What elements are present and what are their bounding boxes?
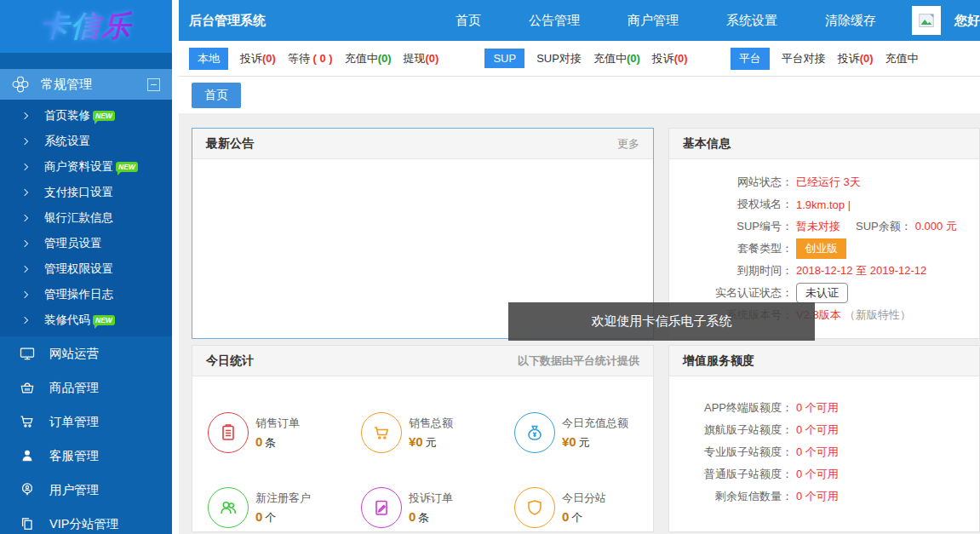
stat-new-customers: 新注册客户 0个 <box>208 470 361 534</box>
nav-announcement-management[interactable]: 公告管理 <box>529 13 580 29</box>
chevron-right-icon <box>21 266 28 273</box>
sidebar-item-vip-substation[interactable]: VIP分站管理 <box>0 507 172 534</box>
more-link[interactable]: 更多 <box>617 136 639 152</box>
local-recharging[interactable]: 充值中(0) <box>345 51 392 66</box>
platform-complaints[interactable]: 投诉(0) <box>838 51 874 66</box>
platform-tab-badge[interactable]: 平台 <box>731 48 770 70</box>
nav-home[interactable]: 首页 <box>456 13 481 29</box>
sidebar-item-site-operation[interactable]: 网站运营 <box>0 336 172 370</box>
realname-status-button[interactable]: 未认证 <box>796 283 848 303</box>
app-title: 后台管理系统 <box>189 13 266 29</box>
expire-time-value: 2018-12-12 至 2019-12-12 <box>796 263 926 278</box>
sidebar-item-label: VIP分站管理 <box>49 516 118 532</box>
basic-info-title: 基本信息 <box>683 136 731 152</box>
sidebar-item-label: 商户资料设置 <box>44 159 113 175</box>
chevron-right-icon <box>21 291 28 298</box>
local-complaints[interactable]: 投诉(0) <box>240 51 276 66</box>
stat-today-substations: 今日分站 0个 <box>514 470 668 534</box>
chevron-right-icon <box>21 138 28 145</box>
platform-connect[interactable]: 平台对接 <box>782 51 826 66</box>
stat-sales-orders: 销售订单 0条 <box>208 395 361 470</box>
logo-text: 卡信乐 <box>40 7 132 46</box>
local-waiting[interactable]: 等待 ( 0 ) <box>288 51 333 66</box>
sidebar-item-label: 支付接口设置 <box>44 185 113 200</box>
announcement-title: 最新公告 <box>206 136 254 152</box>
nav-clear-cache[interactable]: 清除缓存 <box>825 13 876 29</box>
sidebar-item-label: 订单管理 <box>49 414 99 430</box>
welcome-toast: 欢迎使用卡信乐电子系统 <box>508 302 815 341</box>
authorized-domain-value: 1.9km.top | <box>796 198 851 211</box>
sup-recharging[interactable]: 充值中(0) <box>593 51 640 66</box>
sidebar-item-bank-remittance[interactable]: 银行汇款信息 <box>0 205 172 231</box>
nav-merchant-management[interactable]: 商户管理 <box>628 13 679 29</box>
user-pin-icon <box>19 481 36 498</box>
sidebar-item-system-settings[interactable]: 系统设置 <box>0 129 172 154</box>
avatar[interactable] <box>912 6 941 35</box>
sidebar-item-label: 装修代码 <box>44 313 90 328</box>
sidebar-item-admin-settings[interactable]: 管理员设置 <box>0 231 172 256</box>
complaint-icon <box>371 497 392 518</box>
chevron-right-icon <box>21 240 28 247</box>
package-type-button[interactable]: 创业版 <box>796 238 846 259</box>
quota-row-app: APP终端版额度： 0 个可用 <box>669 397 979 419</box>
sidebar-item-user-management[interactable]: 用户管理 <box>0 473 172 507</box>
sidebar-section-regular-management[interactable]: 常规管理 <box>0 69 172 100</box>
sidebar-item-admin-permissions[interactable]: 管理权限设置 <box>0 256 172 282</box>
clover-icon <box>12 76 29 93</box>
topbar: 后台管理系统 首页 公告管理 商户管理 系统设置 清除缓存 您好 <box>179 0 980 41</box>
sidebar-item-label: 管理操作日志 <box>44 287 113 302</box>
sidebar-item-merchant-profile[interactable]: 商户资料设置 NEW <box>0 154 172 180</box>
platform-recharging[interactable]: 充值中 <box>885 51 919 66</box>
quota-row-professional: 专业版子站额度： 0 个可用 <box>669 441 979 463</box>
sidebar-item-payment-interface[interactable]: 支付接口设置 <box>0 180 172 205</box>
breadcrumb-home-tab[interactable]: 首页 <box>192 83 241 108</box>
stat-complaint-orders: 投诉订单 0条 <box>361 470 514 534</box>
sidebar-item-label: 银行汇款信息 <box>44 210 113 226</box>
new-badge: NEW <box>93 111 115 121</box>
moneybag-icon <box>524 422 545 443</box>
stat-sales-total: 销售总额 ¥0元 <box>361 395 514 470</box>
site-status-value: 已经运行 3天 <box>796 175 861 190</box>
sup-tab-badge[interactable]: SUP <box>484 49 524 68</box>
expire-time-row: 到期时间： 2018-12-12 至 2019-12-12 <box>669 260 979 282</box>
sup-number-value: 暂未对接 <box>796 219 840 234</box>
logo[interactable]: 卡信乐 <box>0 0 172 53</box>
sidebar-item-decor-code[interactable]: 装修代码 NEW <box>0 307 172 333</box>
quota-row-standard: 普通版子站额度： 0 个可用 <box>669 463 979 485</box>
sidebar-item-operation-log[interactable]: 管理操作日志 <box>0 282 172 307</box>
sidebar-item-customer-service[interactable]: 客服管理 <box>0 439 172 473</box>
basic-info-body: 网站状态： 已经运行 3天 授权域名： 1.9km.top | SUP编号： 暂… <box>669 159 979 326</box>
sidebar-item-label: 首页装修 <box>44 108 90 123</box>
sidebar-item-label: 商品管理 <box>49 380 99 396</box>
new-badge: NEW <box>93 315 115 325</box>
image-placeholder-icon <box>917 11 936 30</box>
quota-body: APP终端版额度： 0 个可用 旗航版子站额度： 0 个可用 专业版子站额度： … <box>669 376 979 508</box>
shield-icon <box>524 497 545 518</box>
sup-connect[interactable]: SUP对接 <box>536 51 582 66</box>
version-feature-note[interactable]: （新版特性） <box>845 307 911 323</box>
authorized-domain-row: 授权域名： 1.9km.top | <box>669 193 979 215</box>
quota-row-sms: 剩余短信数量： 0 个可用 <box>669 485 979 508</box>
topbar-nav: 首页 公告管理 商户管理 系统设置 清除缓存 <box>456 13 876 29</box>
nav-system-settings[interactable]: 系统设置 <box>726 13 777 29</box>
sidebar-item-label: 网站运营 <box>49 346 99 362</box>
chevron-right-icon <box>21 164 28 170</box>
pages-icon <box>19 515 36 532</box>
stats-source-note: 以下数据由平台统计提供 <box>518 353 639 369</box>
stat-today-recharge: 今日充值总额 ¥0元 <box>514 395 668 470</box>
sidebar-item-homepage-decor[interactable]: 首页装修 NEW <box>0 103 172 129</box>
main-area: 后台管理系统 首页 公告管理 商户管理 系统设置 清除缓存 您好 本地 投诉(0… <box>179 0 980 534</box>
app-root: 卡信乐 常规管理 首页装修 NEW 系统设置 商户资料设置 N <box>0 0 980 534</box>
chevron-right-icon <box>21 189 28 196</box>
collapse-icon[interactable] <box>147 78 160 91</box>
local-tab-badge[interactable]: 本地 <box>189 48 228 70</box>
quota-title: 增值服务额度 <box>683 353 754 369</box>
sup-complaints[interactable]: 投诉(0) <box>652 51 688 66</box>
users-icon <box>218 497 238 518</box>
sidebar-item-product-management[interactable]: 商品管理 <box>0 370 172 405</box>
local-withdraw[interactable]: 提现(0) <box>404 51 439 66</box>
user-greeting: 您好 <box>954 13 980 29</box>
sidebar-section-label: 常规管理 <box>41 77 147 93</box>
support-person-icon <box>19 447 36 464</box>
sidebar-item-order-management[interactable]: 订单管理 <box>0 405 172 439</box>
